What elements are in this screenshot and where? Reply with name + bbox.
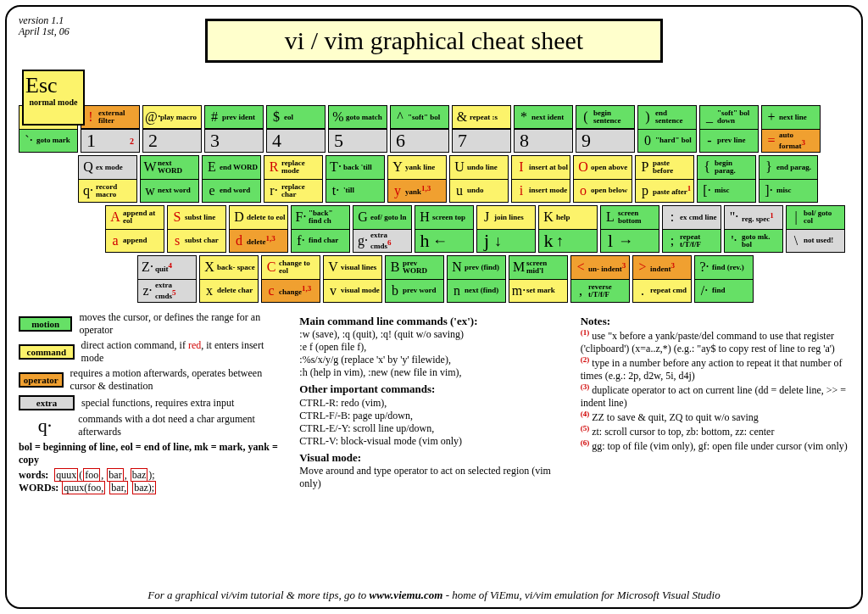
key-I: Iinsert at boliinsert mode	[511, 155, 570, 203]
key-&: &repeat :s7	[452, 105, 511, 153]
key-L: Lscreen bottoml→	[600, 205, 659, 253]
key-%: %goto match5	[328, 105, 387, 153]
key-A: Aappend at eolaappend	[105, 205, 164, 253]
key-!: !external filter12	[81, 105, 140, 153]
key-#: #prev ident3	[204, 105, 264, 153]
key-P: Ppaste beforeppaste after1	[635, 155, 694, 203]
key-O: Oopen aboveoopen below	[573, 155, 632, 203]
key-"·: "·reg. spec1'·goto mk. bol	[724, 205, 783, 253]
key-C: Cchange to eolcchange1,3	[261, 255, 320, 303]
key-:: :ex cmd line;repeat t/T/f/F	[662, 205, 721, 253]
key-}: }end parag.]·misc	[759, 155, 818, 203]
key-N: Nprev (find)nnext (find)	[447, 255, 506, 303]
key-X: Xback- spacexdelete char	[199, 255, 259, 303]
key-V: Vvisual linesvvisual mode	[323, 255, 382, 303]
key-U: Uundo lineuundo	[449, 155, 509, 203]
esc-key: Esc normal mode	[22, 70, 85, 126]
key-H: Hscreen toph←	[415, 205, 474, 253]
page-title: vi / vim graphical cheat sheet	[205, 19, 663, 63]
key-J: Jjoin linesj↓	[476, 205, 536, 253]
legend: motionmoves the cursor, or defines the r…	[19, 311, 287, 494]
keyboard: ~toggle case`·goto mark!external filter1…	[19, 105, 849, 303]
commands-help: Main command line commands ('ex'): :w (s…	[299, 311, 568, 494]
key-R: Rreplace moder·replace char	[264, 155, 323, 203]
key-S: Ssubst linessubst char	[167, 205, 226, 253]
key-G: Geof/ goto lng·extra cmds6	[353, 205, 412, 253]
key-F·: F·"back" find chf·find char	[291, 205, 350, 253]
key-@·: @·play macro2	[142, 105, 202, 153]
key-M: Mscreen mid'lm·set mark	[509, 255, 568, 303]
key-T·: T·back 'tillt·'till	[326, 155, 385, 203]
key-{: {begin parag.[·misc	[697, 155, 756, 203]
key-|: |bol/ goto col\not used!	[786, 205, 845, 253]
key-*: *next ident8	[514, 105, 573, 153]
key-_: _"soft" bol down-prev line	[699, 105, 759, 153]
key-?·: ?·find (rev.)/·find	[694, 255, 754, 303]
key-E: Eend WORDeend word	[202, 155, 261, 203]
key-Z·: Z·quit4z·extra cmds5	[137, 255, 197, 303]
key->: >indent3.repeat cmd	[632, 255, 692, 303]
key-(: (begin sentence9	[576, 105, 635, 153]
key-<: <un- indent3,reverse t/T/f/F	[570, 255, 630, 303]
key-+: +next line=auto format3	[761, 105, 821, 153]
key-): )end sentence0"hard" bol	[637, 105, 697, 153]
key-B: Bprev WORDbprev word	[385, 255, 444, 303]
key-D: Ddelete to eolddelete1,3	[229, 205, 288, 253]
key-Q: Qex modeq·record macro	[78, 155, 137, 203]
key-W: Wnext WORDwnext word	[140, 155, 199, 203]
version-meta: version 1.1April 1st, 06	[19, 15, 70, 37]
key-Y: Yyank lineyyank1,3	[387, 155, 447, 203]
key-K: Khelpk↑	[538, 205, 598, 253]
key-$: $eol4	[266, 105, 326, 153]
footer: For a graphical vi/vim tutorial & more t…	[7, 589, 861, 602]
notes: Notes: (1) use "x before a yank/paste/de…	[581, 311, 849, 494]
key-^: ^"soft" bol6	[390, 105, 449, 153]
